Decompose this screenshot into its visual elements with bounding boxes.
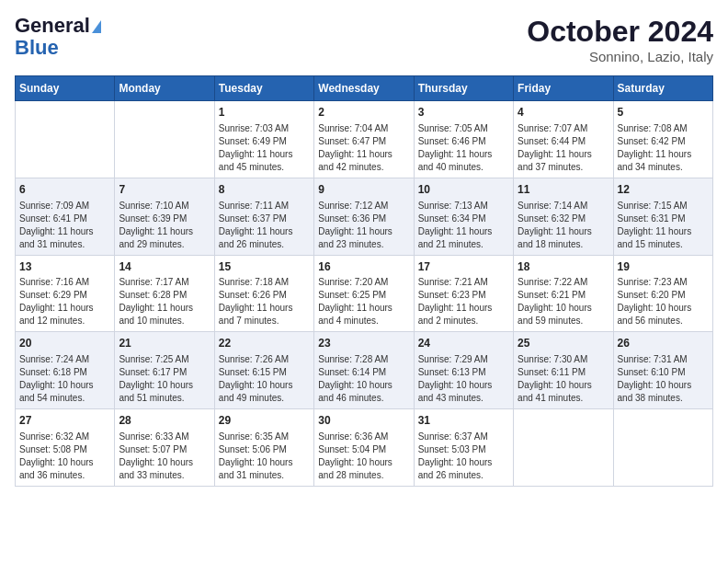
calendar-cell: 3Sunrise: 7:05 AMSunset: 6:46 PMDaylight… [414,101,513,178]
day-number: 19 [618,259,709,275]
cell-info: Sunrise: 7:10 AMSunset: 6:39 PMDaylight:… [119,200,210,251]
calendar-week-row: 1Sunrise: 7:03 AMSunset: 6:49 PMDaylight… [16,101,713,178]
cell-info: Sunrise: 7:05 AMSunset: 6:46 PMDaylight:… [418,122,509,174]
calendar-week-row: 13Sunrise: 7:16 AMSunset: 6:29 PMDayligh… [16,255,713,332]
calendar-cell: 23Sunrise: 7:28 AMSunset: 6:14 PMDayligh… [314,332,414,409]
calendar-cell: 24Sunrise: 7:29 AMSunset: 6:13 PMDayligh… [414,332,513,409]
day-number: 4 [518,105,609,121]
day-number: 10 [418,182,509,198]
calendar-cell [613,409,712,487]
calendar-cell: 30Sunrise: 6:36 AMSunset: 5:04 PMDayligh… [314,409,414,487]
day-number: 11 [518,182,609,198]
day-number: 6 [19,182,110,198]
day-number: 9 [318,182,409,198]
day-number: 14 [119,259,210,275]
calendar-cell: 25Sunrise: 7:30 AMSunset: 6:11 PMDayligh… [514,332,613,409]
calendar-week-row: 20Sunrise: 7:24 AMSunset: 6:18 PMDayligh… [16,332,713,409]
calendar-cell: 17Sunrise: 7:21 AMSunset: 6:23 PMDayligh… [414,255,513,332]
cell-info: Sunrise: 7:07 AMSunset: 6:44 PMDaylight:… [518,122,609,174]
calendar-cell: 4Sunrise: 7:07 AMSunset: 6:44 PMDaylight… [514,101,613,178]
calendar-cell: 27Sunrise: 6:32 AMSunset: 5:08 PMDayligh… [16,409,115,487]
calendar-week-row: 6Sunrise: 7:09 AMSunset: 6:41 PMDaylight… [16,178,713,255]
cell-info: Sunrise: 7:08 AMSunset: 6:42 PMDaylight:… [618,122,709,174]
day-number: 26 [618,336,709,351]
calendar-cell [16,101,115,178]
day-number: 12 [618,182,709,198]
header-day-friday: Friday [514,76,613,101]
header-day-thursday: Thursday [414,76,513,101]
day-number: 2 [318,105,409,121]
day-number: 5 [618,105,709,121]
cell-info: Sunrise: 7:09 AMSunset: 6:41 PMDaylight:… [19,200,110,251]
cell-info: Sunrise: 7:15 AMSunset: 6:31 PMDaylight:… [618,200,709,251]
cell-info: Sunrise: 7:14 AMSunset: 6:32 PMDaylight:… [518,200,609,251]
day-number: 22 [219,336,310,351]
calendar-cell: 28Sunrise: 6:33 AMSunset: 5:07 PMDayligh… [115,409,214,487]
day-number: 29 [219,413,310,429]
calendar-cell: 6Sunrise: 7:09 AMSunset: 6:41 PMDaylight… [16,178,115,255]
cell-info: Sunrise: 7:22 AMSunset: 6:21 PMDaylight:… [518,276,609,327]
calendar-cell: 20Sunrise: 7:24 AMSunset: 6:18 PMDayligh… [16,332,115,409]
day-number: 20 [19,336,110,351]
calendar-cell: 8Sunrise: 7:11 AMSunset: 6:37 PMDaylight… [214,178,313,255]
day-number: 17 [418,259,509,275]
cell-info: Sunrise: 7:25 AMSunset: 6:17 PMDaylight:… [119,353,210,405]
header-day-tuesday: Tuesday [214,76,313,101]
calendar-cell: 26Sunrise: 7:31 AMSunset: 6:10 PMDayligh… [613,332,712,409]
logo: General Blue [15,15,101,59]
day-number: 31 [418,413,509,429]
page-header: General Blue October 2024 Sonnino, Lazio… [15,15,713,64]
calendar-cell: 7Sunrise: 7:10 AMSunset: 6:39 PMDaylight… [115,178,214,255]
cell-info: Sunrise: 7:21 AMSunset: 6:23 PMDaylight:… [418,276,509,327]
cell-info: Sunrise: 6:37 AMSunset: 5:03 PMDaylight:… [418,431,509,482]
month-title: October 2024 [527,15,713,49]
calendar-cell: 29Sunrise: 6:35 AMSunset: 5:06 PMDayligh… [214,409,313,487]
day-number: 21 [119,336,210,351]
calendar-cell: 10Sunrise: 7:13 AMSunset: 6:34 PMDayligh… [414,178,513,255]
cell-info: Sunrise: 7:30 AMSunset: 6:11 PMDaylight:… [518,353,609,405]
cell-info: Sunrise: 7:17 AMSunset: 6:28 PMDaylight:… [119,276,210,327]
day-number: 3 [418,105,509,121]
day-number: 16 [318,259,409,275]
header-day-sunday: Sunday [16,76,115,101]
calendar-cell [115,101,214,178]
cell-info: Sunrise: 7:28 AMSunset: 6:14 PMDaylight:… [318,353,409,405]
day-number: 13 [19,259,110,275]
cell-info: Sunrise: 7:31 AMSunset: 6:10 PMDaylight:… [618,353,709,405]
logo-text: General [15,15,101,37]
calendar-header-row: SundayMondayTuesdayWednesdayThursdayFrid… [16,76,713,101]
calendar-cell: 11Sunrise: 7:14 AMSunset: 6:32 PMDayligh… [514,178,613,255]
calendar-cell: 13Sunrise: 7:16 AMSunset: 6:29 PMDayligh… [16,255,115,332]
calendar-cell: 31Sunrise: 6:37 AMSunset: 5:03 PMDayligh… [414,409,513,487]
calendar-cell: 1Sunrise: 7:03 AMSunset: 6:49 PMDaylight… [214,101,313,178]
cell-info: Sunrise: 7:23 AMSunset: 6:20 PMDaylight:… [618,276,709,327]
cell-info: Sunrise: 6:35 AMSunset: 5:06 PMDaylight:… [219,431,310,482]
cell-info: Sunrise: 7:11 AMSunset: 6:37 PMDaylight:… [219,200,310,251]
location: Sonnino, Lazio, Italy [527,49,713,64]
calendar-cell: 5Sunrise: 7:08 AMSunset: 6:42 PMDaylight… [613,101,712,178]
logo-blue: Blue [15,37,59,59]
calendar-cell: 15Sunrise: 7:18 AMSunset: 6:26 PMDayligh… [214,255,313,332]
day-number: 28 [119,413,210,429]
day-number: 24 [418,336,509,351]
cell-info: Sunrise: 7:26 AMSunset: 6:15 PMDaylight:… [219,353,310,405]
cell-info: Sunrise: 7:16 AMSunset: 6:29 PMDaylight:… [19,276,110,327]
cell-info: Sunrise: 6:32 AMSunset: 5:08 PMDaylight:… [19,431,110,482]
cell-info: Sunrise: 6:33 AMSunset: 5:07 PMDaylight:… [119,431,210,482]
cell-info: Sunrise: 7:20 AMSunset: 6:25 PMDaylight:… [318,276,409,327]
cell-info: Sunrise: 7:04 AMSunset: 6:47 PMDaylight:… [318,122,409,174]
day-number: 30 [318,413,409,429]
calendar-table: SundayMondayTuesdayWednesdayThursdayFrid… [15,75,713,487]
cell-info: Sunrise: 6:36 AMSunset: 5:04 PMDaylight:… [318,431,409,482]
header-day-wednesday: Wednesday [314,76,414,101]
calendar-cell: 16Sunrise: 7:20 AMSunset: 6:25 PMDayligh… [314,255,414,332]
calendar-week-row: 27Sunrise: 6:32 AMSunset: 5:08 PMDayligh… [16,409,713,487]
cell-info: Sunrise: 7:12 AMSunset: 6:36 PMDaylight:… [318,200,409,251]
calendar-cell: 14Sunrise: 7:17 AMSunset: 6:28 PMDayligh… [115,255,214,332]
calendar-cell: 21Sunrise: 7:25 AMSunset: 6:17 PMDayligh… [115,332,214,409]
cell-info: Sunrise: 7:29 AMSunset: 6:13 PMDaylight:… [418,353,509,405]
calendar-cell: 2Sunrise: 7:04 AMSunset: 6:47 PMDaylight… [314,101,414,178]
cell-info: Sunrise: 7:18 AMSunset: 6:26 PMDaylight:… [219,276,310,327]
title-block: October 2024 Sonnino, Lazio, Italy [527,15,713,64]
calendar-cell [514,409,613,487]
